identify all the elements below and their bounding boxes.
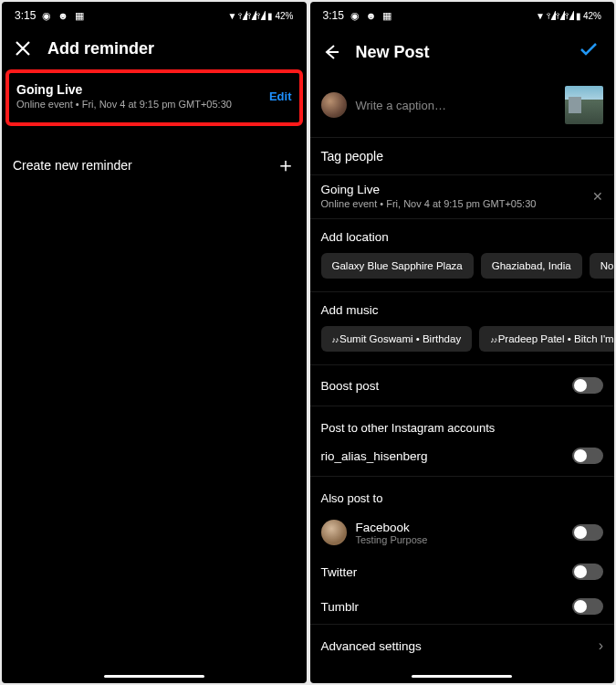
caption-input[interactable]: Write a caption…: [356, 99, 557, 112]
account-name: rio_alias_hisenberg: [321, 449, 428, 463]
edit-button[interactable]: Edit: [269, 90, 292, 103]
status-bar: 3:15 ◉ ☻ ▦ ▼ ⫯◢⫯◢⫯◢ ▮ 42%: [2, 2, 307, 26]
reminder-subtitle: Online event • Fri, Nov 4 at 9:15 pm GMT…: [321, 198, 593, 209]
reminder-row[interactable]: Going Live Online event • Fri, Nov 4 at …: [310, 174, 615, 219]
battery-percent: 42%: [583, 11, 601, 21]
reminder-subtitle: Online event • Fri, Nov 4 at 9:15 pm GMT…: [16, 99, 269, 110]
location-chip[interactable]: Galaxy Blue Sapphire Plaza: [321, 253, 474, 279]
fb-avatar: [321, 520, 347, 545]
reddit-icon: ◉: [350, 10, 360, 22]
reminder-title: Going Live: [321, 183, 593, 196]
header: Add reminder: [2, 26, 307, 69]
music-chip[interactable]: Sumit Goswami • Birthday: [321, 326, 473, 352]
twitter-toggle[interactable]: [572, 564, 603, 580]
back-icon[interactable]: [321, 42, 341, 62]
tag-people-label: Tag people: [321, 149, 384, 163]
tumblr-toggle[interactable]: [572, 598, 603, 615]
music-chips: Sumit Goswami • Birthday Pradeep Patel •…: [310, 326, 615, 364]
post-thumbnail[interactable]: [565, 86, 603, 124]
chevron-right-icon: ›: [599, 638, 603, 654]
submit-check-icon[interactable]: [578, 38, 600, 66]
plus-icon: ＋: [276, 152, 296, 179]
location-chip[interactable]: Noida E: [590, 253, 614, 279]
nav-handle: [412, 675, 512, 678]
advanced-settings-row[interactable]: Advanced settings ›: [310, 624, 615, 667]
boost-post-label: Boost post: [321, 379, 380, 393]
avatar: [321, 92, 347, 118]
add-music-label[interactable]: Add music: [310, 291, 615, 326]
status-time: 3:15: [15, 9, 36, 22]
page-title: Add reminder: [47, 39, 296, 58]
facebook-label: Facebook: [356, 521, 564, 534]
facebook-row[interactable]: Facebook Testing Purpose: [310, 511, 615, 554]
music-chip[interactable]: Pradeep Patel • Bitch I'm Back: [479, 326, 614, 352]
boost-toggle[interactable]: [572, 377, 603, 394]
status-time: 3:15: [323, 9, 344, 22]
signal-icons: ⫯◢⫯◢⫯◢: [238, 11, 266, 21]
wifi-icon: ▼: [228, 11, 237, 21]
post-to-other-label: Post to other Instagram accounts: [310, 406, 615, 440]
phone-new-post: 3:15 ◉ ☻ ▦ ▼ ⫯◢⫯◢⫯◢ ▮ 42% New Post Write…: [310, 2, 615, 683]
wifi-icon: ▼: [536, 11, 545, 21]
page-title: New Post: [356, 43, 564, 62]
reminder-title: Going Live: [16, 82, 269, 97]
battery-icon: ▮: [267, 11, 273, 21]
phone-add-reminder: 3:15 ◉ ☻ ▦ ▼ ⫯◢⫯◢⫯◢ ▮ 42% Add reminder G…: [2, 2, 307, 683]
header: New Post: [310, 26, 615, 77]
discord-icon: ☻: [366, 10, 377, 21]
signal-icons: ⫯◢⫯◢⫯◢: [547, 11, 574, 21]
discord-icon: ☻: [57, 10, 68, 21]
tumblr-label: Tumblr: [321, 600, 360, 614]
calendar-icon: ▦: [75, 10, 84, 22]
remove-reminder-icon[interactable]: ✕: [592, 189, 603, 204]
other-account-row[interactable]: rio_alias_hisenberg: [310, 440, 615, 476]
status-bar: 3:15 ◉ ☻ ▦ ▼ ⫯◢⫯◢⫯◢ ▮ 42%: [310, 2, 615, 26]
calendar-icon: ▦: [382, 10, 392, 22]
create-new-label: Create new reminder: [13, 158, 132, 173]
battery-percent: 42%: [275, 11, 293, 21]
add-location-label[interactable]: Add location: [310, 219, 615, 253]
tumblr-row[interactable]: Tumblr: [310, 589, 615, 624]
facebook-sub: Testing Purpose: [356, 534, 564, 545]
account-toggle[interactable]: [572, 448, 603, 464]
twitter-label: Twitter: [321, 565, 358, 579]
caption-row: Write a caption…: [310, 77, 615, 137]
close-icon[interactable]: [13, 38, 33, 58]
reddit-icon: ◉: [42, 10, 51, 22]
reminder-card-highlighted[interactable]: Going Live Online event • Fri, Nov 4 at …: [5, 69, 303, 126]
create-new-reminder-row[interactable]: Create new reminder ＋: [2, 139, 307, 192]
location-chip[interactable]: Ghaziabad, India: [481, 253, 582, 279]
twitter-row[interactable]: Twitter: [310, 554, 615, 589]
also-post-to-label: Also post to: [310, 476, 615, 511]
location-chips: Galaxy Blue Sapphire Plaza Ghaziabad, In…: [310, 253, 615, 291]
battery-icon: ▮: [576, 11, 581, 21]
tag-people-row[interactable]: Tag people: [310, 137, 615, 174]
advanced-label: Advanced settings: [321, 639, 422, 653]
boost-post-row[interactable]: Boost post: [310, 364, 615, 406]
facebook-toggle[interactable]: [572, 524, 603, 541]
nav-handle: [104, 675, 204, 678]
